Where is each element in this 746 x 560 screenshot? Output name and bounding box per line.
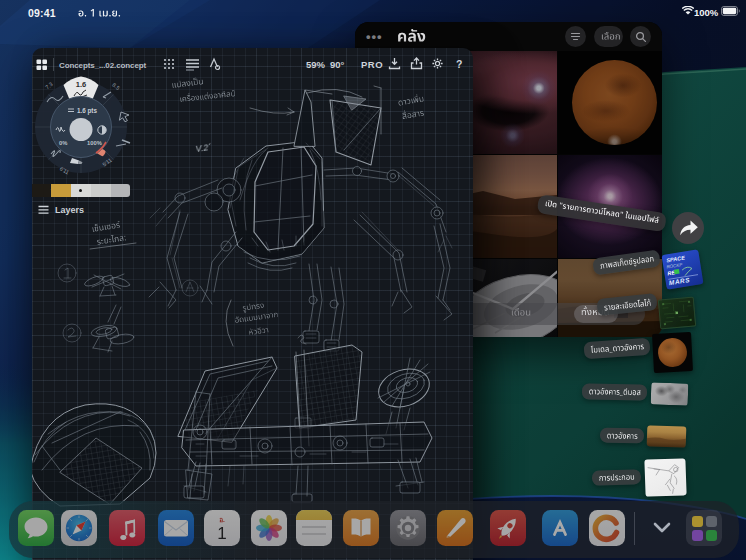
- svg-text:V.2´: V.2´: [195, 142, 212, 154]
